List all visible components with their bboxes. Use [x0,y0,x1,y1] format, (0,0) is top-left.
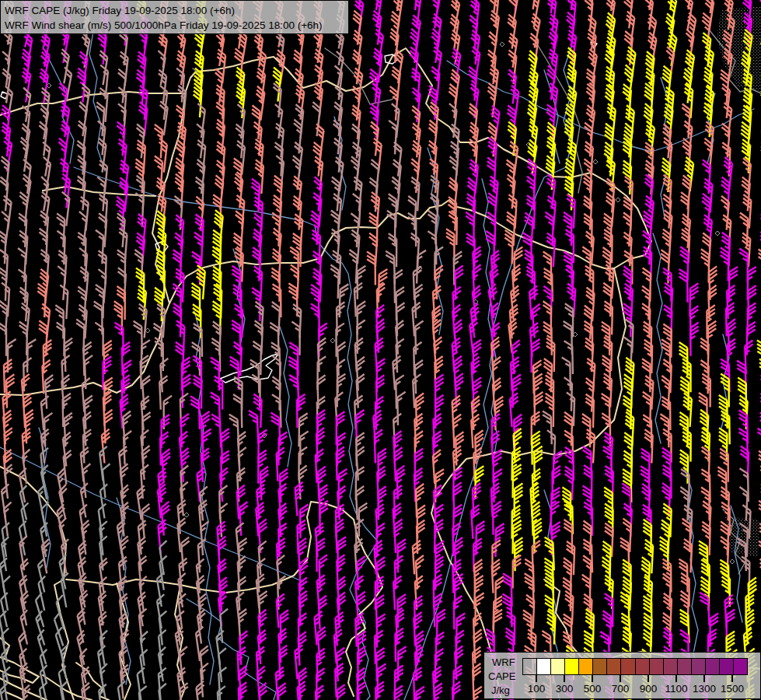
wind-barb [509,305,520,339]
wind-barb [356,486,366,520]
wind-barb [623,12,635,46]
cape-legend-cell [593,659,607,674]
wind-barb [237,468,247,502]
wind-barb [0,558,12,592]
legend-tick-mark [536,675,537,682]
wind-barb [316,668,325,700]
wind-barb [337,342,347,376]
wind-barb [194,233,203,266]
wind-barb [60,645,74,679]
wind-barb [117,250,125,283]
wind-barb [740,139,750,173]
wind-barb [348,124,360,158]
wind-barb [57,468,72,502]
wind-barb [298,466,309,500]
wind-barb [36,121,48,156]
wind-barb [75,51,88,86]
wind-barb [2,576,16,611]
wind-barb [690,323,699,356]
wind-barb [387,29,400,63]
wind-barb [212,175,224,209]
legend-tick-value: 1300 [693,683,716,695]
wind-barb [292,104,304,138]
wind-barb [718,196,729,230]
wind-barb [19,321,28,355]
wind-barb [473,687,482,700]
wind-barb [180,683,190,700]
wind-barb [393,356,403,390]
wind-barb [136,102,148,136]
wind-barb [37,284,47,317]
wind-barb [738,487,748,520]
wind-barb [258,683,270,700]
wind-barb [507,0,520,11]
wind-barb [3,502,16,537]
wrf-weather-map: WRF CAPE (J/kg) Friday 19-09-2025 18:00 … [0,0,761,700]
wind-barb [159,555,172,590]
wind-barb [190,396,200,429]
wind-barb [428,29,441,63]
wind-barb [564,341,573,374]
wind-barb [82,464,94,498]
wind-barb [82,411,94,446]
wind-barb [758,249,761,282]
wind-barb [396,303,406,336]
wind-barb [276,447,286,481]
wind-barb [271,104,283,138]
wind-barb [563,12,575,47]
wind-barb [155,33,167,68]
wind-barb [466,16,478,50]
wind-barb [60,573,74,607]
wind-barb [55,266,66,300]
wind-barb [197,609,209,643]
wind-barb [114,69,127,103]
wind-barb [45,375,55,409]
wind-barb [160,359,170,393]
wind-barb [700,159,710,194]
legend-tick-value: 100 [528,683,546,695]
wind-barb [311,83,323,117]
map-title-overlay: WRF CAPE (J/kg) Friday 19-09-2025 18:00 … [0,0,349,34]
wind-barb [565,284,575,318]
cape-legend-cell [664,659,678,674]
wind-barb [412,303,423,337]
cape-legend-cell [579,659,593,674]
wind-barb [201,521,211,555]
wind-barb [135,285,146,320]
wind-barb [40,539,54,573]
cape-legend-cell [636,659,650,674]
wind-barb [354,283,364,317]
cape-legend-cell [692,659,706,674]
wind-barb [55,305,64,338]
wind-barb [83,429,93,463]
wind-barb [20,502,34,537]
wind-barb [408,159,420,193]
wind-barb [397,392,406,425]
wind-barb [19,485,34,520]
legend-tick-value: 500 [584,683,602,695]
wind-barb [55,595,72,629]
wind-barb [543,174,556,208]
wind-barb [78,267,89,301]
wind-barb [679,450,688,484]
wind-barb [356,357,366,391]
wind-barb [330,265,339,299]
wind-barb [0,122,11,156]
wind-barb [747,322,756,355]
wind-barb [251,33,264,67]
wind-barb [19,33,33,67]
wind-barb [288,283,297,317]
wind-barb [141,464,152,499]
wind-barb [156,594,169,628]
wind-barb [152,51,166,85]
legend-tick-value: 300 [556,683,574,695]
wind-barb [426,141,438,175]
legend-tick-mark [592,675,593,682]
wind-barb [152,124,162,159]
wind-barb [318,356,326,390]
legend-tick-mark [731,675,733,682]
cape-legend-cell [706,659,720,674]
wind-barb [427,0,440,28]
wind-barb [347,156,359,191]
wind-barb [720,247,728,281]
